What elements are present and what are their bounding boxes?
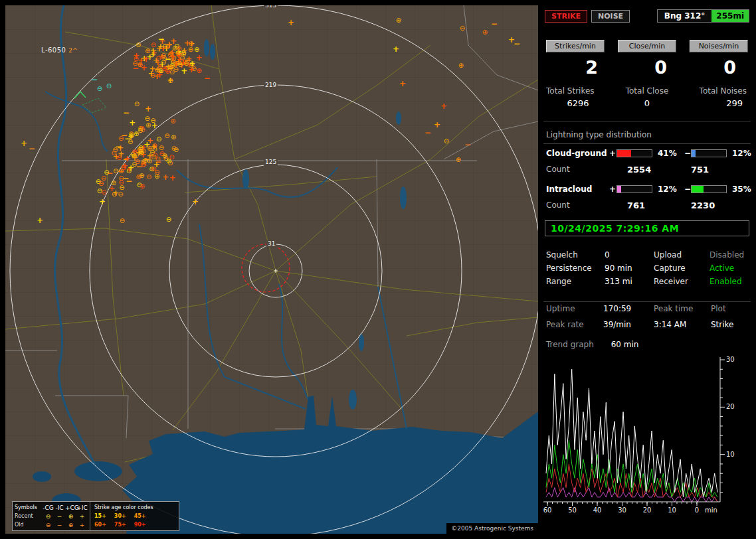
close-per-min-value: 0 bbox=[613, 57, 682, 78]
svg-text:⊖: ⊖ bbox=[154, 169, 159, 176]
cg-negative-gauge bbox=[691, 149, 727, 157]
close-per-min-button[interactable]: Close/min bbox=[618, 40, 676, 52]
cg-positive-gauge bbox=[616, 149, 652, 157]
svg-text:0: 0 bbox=[695, 506, 699, 514]
svg-text:−: − bbox=[464, 140, 471, 149]
svg-text:60: 60 bbox=[543, 506, 551, 514]
svg-text:+: + bbox=[162, 173, 169, 182]
svg-text:⊖: ⊖ bbox=[171, 145, 176, 152]
svg-text:⊖: ⊖ bbox=[136, 41, 141, 48]
svg-text:+: + bbox=[169, 173, 176, 183]
map-legend: Symbols -CG -IC +CG +IC Recent ⊖ − ⊕ + O… bbox=[12, 501, 179, 531]
ic-positive-percent: 12% bbox=[655, 185, 684, 194]
svg-text:−: − bbox=[91, 75, 98, 84]
old-neg-ic-icon: − bbox=[54, 522, 65, 528]
age-15: 15+ bbox=[94, 513, 106, 519]
old-neg-cg-icon: ⊖ bbox=[43, 522, 54, 528]
intracloud-label: Intracloud bbox=[546, 185, 609, 194]
total-strikes-label: Total Strikes bbox=[543, 86, 613, 96]
svg-text:⊕: ⊕ bbox=[196, 67, 201, 74]
intracloud-count-row: Count 761 2230 bbox=[543, 200, 751, 210]
svg-text:⊖: ⊖ bbox=[150, 117, 155, 124]
bearing-range-value: 255mi bbox=[711, 10, 749, 22]
ring-label-31: 31 bbox=[266, 240, 276, 248]
total-close-value: 0 bbox=[613, 98, 682, 108]
svg-text:30: 30 bbox=[618, 506, 626, 514]
svg-text:⊖: ⊖ bbox=[120, 217, 125, 224]
svg-text:⊕: ⊕ bbox=[166, 157, 171, 165]
plus-sign: + bbox=[609, 185, 616, 194]
legend-col-neg-ic: -IC bbox=[54, 504, 65, 511]
age-90: 90+ bbox=[134, 522, 146, 528]
ic-positive-gauge bbox=[616, 185, 652, 193]
total-close-label: Total Close bbox=[613, 86, 682, 96]
svg-text:−: − bbox=[491, 19, 498, 29]
status-row-1: Uptime 170:59 Peak time Plot bbox=[543, 304, 751, 313]
total-noises-value: 299 bbox=[682, 98, 751, 108]
settings-row: Squelch 0 Upload Disabled bbox=[543, 248, 751, 262]
ic-positive-count: 761 bbox=[627, 200, 691, 210]
legend-col-pos-cg: +CG bbox=[65, 504, 76, 511]
divider bbox=[543, 121, 751, 121]
age-75: 75+ bbox=[114, 522, 126, 528]
svg-text:⊕: ⊕ bbox=[456, 156, 461, 163]
svg-text:+: + bbox=[154, 65, 161, 74]
distribution-title: Lightning type distribution bbox=[543, 130, 751, 139]
noise-toggle-button[interactable]: NOISE bbox=[591, 10, 630, 23]
trend-window-value: 60 min bbox=[611, 340, 639, 349]
settings-section: Squelch 0 Upload Disabled Persistence 90… bbox=[543, 248, 751, 288]
minus-sign: − bbox=[684, 149, 691, 158]
svg-text:⊕: ⊕ bbox=[136, 173, 141, 181]
svg-text:⊖: ⊖ bbox=[164, 132, 169, 139]
recent-neg-cg-icon: ⊖ bbox=[43, 513, 54, 520]
svg-text:⊖: ⊖ bbox=[121, 164, 126, 171]
squelch-label: Squelch bbox=[546, 250, 605, 260]
svg-text:⊕: ⊕ bbox=[482, 29, 488, 36]
squelch-value: 0 bbox=[605, 250, 654, 260]
strikes-per-min-value: 2 bbox=[543, 57, 613, 78]
trend-graph-label: Trend graph bbox=[546, 340, 594, 349]
svg-text:+: + bbox=[196, 53, 203, 62]
ring-label-313: 313 bbox=[264, 5, 278, 9]
svg-text:−: − bbox=[204, 74, 211, 83]
svg-text:+: + bbox=[393, 44, 399, 54]
peak-rate-label: Peak rate bbox=[546, 320, 603, 329]
upload-label: Upload bbox=[654, 250, 709, 260]
svg-text:⊖: ⊖ bbox=[146, 173, 151, 181]
svg-text:⊕: ⊕ bbox=[176, 45, 181, 52]
copyright-notice: ©2005 Astrogenic Systems bbox=[446, 523, 538, 534]
svg-text:+: + bbox=[167, 76, 173, 85]
strike-toggle-button[interactable]: STRIKE bbox=[545, 10, 587, 23]
cg-negative-percent: 12% bbox=[729, 149, 756, 158]
noises-per-min-button[interactable]: Noises/min bbox=[690, 40, 748, 52]
settings-row: Persistence 90 min Capture Active bbox=[543, 262, 751, 275]
legend-row-old: Old bbox=[15, 522, 43, 528]
storm-cell-label: L-6050 2^ bbox=[41, 46, 78, 54]
status-row-2: Peak rate 39/min 3:14 AM Strike bbox=[543, 320, 751, 329]
divider bbox=[543, 143, 751, 144]
upload-status: Disabled bbox=[709, 250, 751, 260]
strikes-per-min-button[interactable]: Strikes/min bbox=[546, 40, 605, 52]
total-noises-label: Total Noises bbox=[682, 86, 751, 96]
capture-label: Capture bbox=[654, 264, 709, 273]
minus-sign: − bbox=[684, 185, 691, 194]
ic-negative-count: 2230 bbox=[691, 200, 751, 210]
cg-positive-count: 2554 bbox=[627, 165, 691, 175]
svg-text:+: + bbox=[288, 18, 294, 27]
svg-text:⊕: ⊕ bbox=[458, 62, 464, 69]
svg-text:⊖: ⊖ bbox=[113, 167, 118, 175]
svg-text:⊖: ⊖ bbox=[444, 137, 449, 145]
svg-text:min: min bbox=[705, 506, 717, 514]
svg-text:+: + bbox=[21, 139, 27, 148]
svg-text:50: 50 bbox=[568, 506, 577, 514]
svg-text:−: − bbox=[163, 43, 169, 52]
svg-text:+: + bbox=[153, 160, 160, 169]
svg-text:−: − bbox=[176, 59, 183, 68]
svg-text:10: 10 bbox=[668, 506, 676, 514]
svg-text:⊖: ⊖ bbox=[118, 175, 124, 182]
svg-text:⊖: ⊖ bbox=[138, 144, 143, 151]
bearing-value: Bng 312° bbox=[658, 10, 712, 22]
age-60: 60+ bbox=[94, 522, 106, 528]
peak-time-value: 3:14 AM bbox=[654, 320, 711, 329]
svg-text:+: + bbox=[129, 118, 136, 127]
